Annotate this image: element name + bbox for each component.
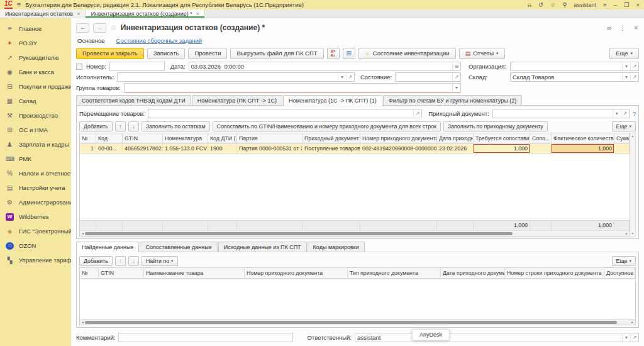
- cell-receipt-doc-number[interactable]: 002-4819420990008-0000000307: [360, 144, 437, 153]
- col-receipt-doc-date[interactable]: Дата приходного документа: [441, 268, 505, 278]
- chevron-down-icon[interactable]: ▾: [338, 73, 346, 81]
- tab-filter-accounts[interactable]: Фильтр по счетам БУ и группы номенклатур…: [383, 95, 522, 105]
- tab-nomenclature-spt-to-1c[interactable]: Номенклатура (ПК СПТ -> 1С): [192, 95, 282, 105]
- col-gtin[interactable]: GTIN: [123, 133, 163, 143]
- calendar-icon[interactable]: ⊞: [452, 62, 460, 70]
- write-button[interactable]: Записать: [147, 48, 186, 59]
- scrollbar-thumb[interactable]: [85, 321, 617, 324]
- settings-menu-icon[interactable]: ≡: [603, 2, 607, 8]
- tab-found-data[interactable]: Найденные данные: [76, 242, 139, 252]
- col-sum[interactable]: Сумма: [614, 133, 630, 143]
- open-icon[interactable]: ↗: [413, 109, 421, 118]
- scroll-up-icon[interactable]: ▲: [631, 134, 635, 138]
- add-row-button[interactable]: Добавить: [79, 121, 113, 131]
- inventory-state-button[interactable]: ☼Состояние инвентаризации: [358, 48, 456, 59]
- cell-batch[interactable]: Партия 0000-000531 от 23.02.20...: [237, 144, 303, 153]
- cell-receipt-doc-date[interactable]: 23.02.2026: [437, 144, 474, 153]
- organization-input[interactable]: [511, 62, 622, 70]
- sidebar-item-production[interactable]: ⚒Производство: [0, 108, 71, 123]
- cell-number[interactable]: 1: [80, 144, 96, 153]
- sidebar-item-bank-cash[interactable]: ◉Банк и касса: [0, 65, 71, 79]
- close-window-button[interactable]: ×: [636, 2, 640, 8]
- col-product-name[interactable]: Наименование товара: [144, 268, 245, 278]
- horizontal-scrollbar[interactable]: ◄ ►: [80, 319, 635, 325]
- found-more-button[interactable]: Еще▾: [612, 256, 636, 266]
- table-row[interactable]: 1 00-00... 4066529178022 1.056-133.0 FCV…: [80, 144, 630, 153]
- cell-code[interactable]: 00-00...: [96, 144, 123, 153]
- get-link-icon[interactable]: ∞: [607, 25, 611, 31]
- tab-nomenclature-1c-to-spt[interactable]: Номенклатура (1С -> ПК СПТ) (1): [283, 95, 382, 106]
- match-all-rows-button[interactable]: Сопоставить по GTIN/Наименованию и номер…: [213, 121, 441, 131]
- comment-input[interactable]: [119, 333, 292, 342]
- col-receipt-doc-type[interactable]: Тип приходного документа: [348, 268, 441, 278]
- scroll-left-icon[interactable]: ◄: [80, 232, 85, 235]
- sidebar-item-taxes-reports[interactable]: %Налоги и отчетность: [0, 166, 71, 181]
- open-icon[interactable]: ↗: [621, 109, 629, 118]
- col-gtin[interactable]: GTIN: [99, 268, 144, 278]
- window-tab-inventory-list[interactable]: Инвентаризация остатков ×: [0, 9, 86, 18]
- cell-nomenclature[interactable]: 1.056-133.0 FCV ...: [163, 144, 208, 153]
- col-number[interactable]: №: [80, 268, 99, 278]
- scroll-right-icon[interactable]: ►: [630, 320, 635, 324]
- cell-receipt-doc[interactable]: Поступление товаров...: [303, 144, 360, 153]
- export-spt-file-button[interactable]: Выгрузить файл для ПК СПТ: [230, 48, 323, 59]
- minimize-button[interactable]: –: [614, 2, 617, 8]
- sidebar-item-wildberries[interactable]: WWildberries: [0, 209, 71, 224]
- add-row-button[interactable]: Добавить: [79, 256, 113, 266]
- post-button[interactable]: Провести: [188, 48, 227, 59]
- more-vertical-icon[interactable]: ⋮: [619, 25, 626, 31]
- sidebar-item-administration[interactable]: ⚙Администрирование: [0, 195, 71, 209]
- scroll-left-icon[interactable]: ◄: [80, 320, 85, 324]
- scrollbar-thumb[interactable]: [85, 232, 513, 235]
- chevron-down-icon[interactable]: ▾: [452, 84, 460, 92]
- sidebar-item-purchases-sales[interactable]: ⊟Покупки и продажи: [0, 79, 71, 94]
- col-code[interactable]: Код: [96, 133, 123, 143]
- tab-tnved-dti-codes[interactable]: Соответствия кодов ТНВЭД кодам ДТИ: [76, 95, 191, 105]
- open-icon[interactable]: ↗: [630, 73, 638, 81]
- sidebar-item-gis-mark[interactable]: ◈ГИС "Электронный знак": [0, 224, 71, 238]
- move-row-down-button[interactable]: ↓: [128, 256, 139, 266]
- post-and-close-button[interactable]: Провести и закрыть: [76, 48, 144, 59]
- show-postings-button[interactable]: Дт Кт: [327, 48, 340, 59]
- col-nomenclature[interactable]: Номенклатура: [163, 133, 208, 143]
- chevron-down-icon[interactable]: ▾: [622, 333, 630, 342]
- horizontal-scrollbar[interactable]: ◄ ►: [80, 230, 630, 236]
- chevron-down-icon[interactable]: ▾: [622, 73, 630, 81]
- sidebar-item-ozon[interactable]: OOZON: [0, 238, 71, 253]
- col-number[interactable]: №: [80, 133, 96, 143]
- more-button[interactable]: Еще▾: [609, 48, 639, 59]
- scroll-down-icon[interactable]: ▼: [631, 232, 635, 235]
- notifications-bell-icon[interactable]: ⍾: [528, 2, 531, 8]
- main-menu-icon[interactable]: ≡: [17, 1, 21, 8]
- sidebar-item-tariff-management[interactable]: ▚Управление тарифом: [0, 253, 71, 267]
- back-button[interactable]: ←: [76, 23, 89, 33]
- number-input[interactable]: [110, 62, 164, 70]
- col-batch[interactable]: Партия: [237, 133, 303, 143]
- col-required-to-match[interactable]: Требуется сопоставить: [474, 133, 530, 143]
- forward-button[interactable]: →: [93, 23, 106, 33]
- sidebar-item-fixed-assets[interactable]: ⊞ОС и НМА: [0, 123, 71, 137]
- col-available-quantity[interactable]: Доступное ко...: [604, 268, 635, 278]
- executor-input[interactable]: [118, 73, 338, 81]
- fill-by-receipt-doc-button[interactable]: Заполнить по приходному документу: [443, 121, 548, 131]
- cell-gtin[interactable]: 4066529178022: [123, 144, 163, 153]
- col-receipt-doc[interactable]: Приходный документ: [303, 133, 360, 143]
- col-dti-code[interactable]: Код ДТИ (...: [208, 133, 237, 143]
- document-structure-button[interactable]: ⊞: [343, 48, 355, 59]
- current-user-label[interactable]: assistant: [574, 2, 597, 8]
- tab-marking-codes[interactable]: Коды маркировки: [308, 242, 365, 252]
- cell-dti-code[interactable]: 1900: [208, 144, 237, 153]
- receipt-doc-input[interactable]: [493, 109, 613, 118]
- move-row-up-button[interactable]: ↑: [115, 256, 126, 266]
- chevron-down-icon[interactable]: ▾: [613, 109, 621, 118]
- close-tab-icon[interactable]: ×: [77, 11, 80, 17]
- sidebar-item-salary-hr[interactable]: ♟Зарплата и кадры: [0, 137, 71, 152]
- vertical-scrollbar[interactable]: ▲ ▼: [630, 133, 636, 237]
- close-form-icon[interactable]: ×: [634, 25, 638, 31]
- chevron-down-icon[interactable]: ▾: [622, 62, 630, 70]
- state-input[interactable]: [396, 73, 452, 81]
- sidebar-item-warehouse[interactable]: ▦Склад: [0, 94, 71, 108]
- col-receipt-doc-number[interactable]: Номер приходного документа: [245, 268, 348, 278]
- scroll-right-icon[interactable]: ►: [625, 232, 629, 235]
- nav-main-link[interactable]: Основное: [77, 37, 105, 44]
